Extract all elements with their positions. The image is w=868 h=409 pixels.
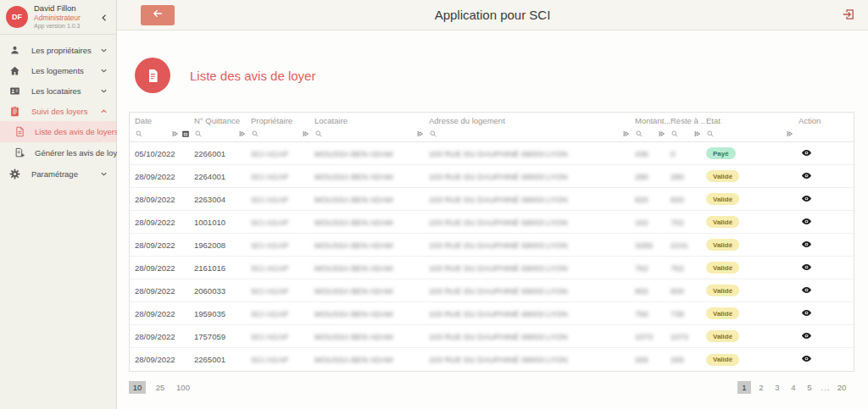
- main-area: Application pour SCI Liste des avis de l…: [117, 0, 868, 409]
- page-button[interactable]: 20: [836, 381, 848, 394]
- cell-quittance: 2265001: [194, 355, 251, 364]
- filter-operation-icon[interactable]: [171, 130, 180, 138]
- page-title: Liste des avis de loyer: [190, 69, 315, 83]
- view-button[interactable]: [801, 215, 813, 227]
- sidebar-item-proprietaires[interactable]: Les propriétaires: [0, 40, 116, 60]
- filter-operation-icon[interactable]: [658, 130, 666, 138]
- sidebar-item-parametrage[interactable]: Paramétrage: [0, 163, 116, 184]
- sidebar-menu: Les propriétaires Les logements Les loca…: [0, 35, 116, 184]
- table-row: 28/09/2022 2264001 SCI AGAP MOUSSA BEN A…: [130, 165, 854, 188]
- page-size-option[interactable]: 100: [175, 381, 192, 394]
- page-size-option[interactable]: 10: [129, 381, 146, 394]
- page-button[interactable]: 3: [771, 381, 783, 394]
- view-button[interactable]: [801, 284, 813, 296]
- cell-date: 28/09/2022: [135, 240, 194, 250]
- view-button[interactable]: [801, 307, 813, 318]
- calendar-icon[interactable]: [181, 130, 190, 138]
- sidebar-item-liste-avis-loyers[interactable]: Liste des avis de loyers: [0, 121, 116, 142]
- filter-operation-icon[interactable]: [416, 130, 425, 138]
- search-icon[interactable]: [251, 130, 259, 138]
- view-button[interactable]: [801, 353, 813, 365]
- status-badge: Validé: [706, 330, 739, 342]
- cell-date: 28/09/2022: [135, 309, 194, 318]
- filter-cell-etat[interactable]: [706, 126, 798, 141]
- sidebar: DF David Fillon Administrateur App versi…: [0, 0, 117, 409]
- sidebar-item-locataires[interactable]: Les locataires: [0, 80, 116, 101]
- page-size-selector: 1025100: [129, 379, 198, 394]
- sidebar-item-generer-avis-loyer[interactable]: Générer les avis de loyer: [0, 142, 116, 163]
- content: Liste des avis de loyer Date N° Quittanc…: [117, 30, 868, 409]
- chevron-down-icon: [99, 46, 108, 55]
- view-button[interactable]: [801, 192, 813, 204]
- avatar: DF: [6, 6, 28, 28]
- cell-quittance: 2266001: [194, 149, 251, 158]
- column-header-adresse[interactable]: Adresse du logement: [429, 116, 635, 125]
- filter-cell-proprietaire[interactable]: [251, 126, 314, 141]
- app-window: DF David Fillon Administrateur App versi…: [0, 0, 868, 409]
- cell-quittance: 2263004: [194, 195, 251, 204]
- cell-adresse: 103 RUE DU DAUPHINÉ 69003 LYON: [429, 263, 635, 273]
- view-button[interactable]: [801, 261, 813, 273]
- filter-cell-quittance[interactable]: [194, 126, 251, 141]
- status-badge: Validé: [706, 239, 739, 251]
- page-size-option[interactable]: 25: [152, 381, 169, 394]
- sidebar-collapse-button[interactable]: [99, 11, 111, 23]
- filter-cell-locataire[interactable]: [314, 126, 429, 141]
- filter-operation-icon[interactable]: [238, 130, 247, 138]
- cell-reste: 702: [670, 218, 706, 227]
- filter-cell-reste[interactable]: [670, 126, 706, 141]
- view-button[interactable]: [801, 146, 813, 158]
- view-button[interactable]: [801, 169, 813, 181]
- page-button[interactable]: 4: [787, 381, 799, 394]
- search-icon[interactable]: [135, 130, 143, 138]
- cell-locataire: MOUSSA BEN ADAM: [314, 218, 429, 227]
- eye-icon: [801, 353, 813, 364]
- search-icon[interactable]: [635, 130, 643, 138]
- logout-button[interactable]: [842, 8, 857, 23]
- column-header-quittance[interactable]: N° Quittance: [194, 116, 251, 125]
- status-badge: Validé: [706, 216, 739, 228]
- search-icon[interactable]: [429, 130, 437, 138]
- cell-date: 28/09/2022: [135, 263, 194, 273]
- chevron-down-icon: [99, 86, 108, 96]
- filter-cell-montant[interactable]: [635, 126, 670, 141]
- sidebar-item-logements[interactable]: Les logements: [0, 60, 116, 80]
- cell-reste: 820: [670, 195, 706, 204]
- status-badge: Validé: [706, 307, 739, 319]
- page-button[interactable]: 2: [755, 381, 767, 394]
- table-row: 28/09/2022 1757059 SCI AGAP MOUSSA BEN A…: [130, 325, 854, 348]
- column-header-etat[interactable]: Etat: [706, 116, 798, 125]
- filter-cell-adresse[interactable]: [429, 126, 635, 141]
- back-button[interactable]: [141, 5, 175, 25]
- status-badge: Validé: [706, 354, 739, 366]
- filter-operation-icon[interactable]: [622, 130, 631, 138]
- cell-date: 05/10/2022: [135, 149, 194, 158]
- filter-operation-icon[interactable]: [786, 130, 794, 138]
- column-header-reste[interactable]: Reste à ...: [670, 116, 706, 125]
- cell-reste: 1073: [670, 332, 706, 341]
- column-header-locataire[interactable]: Locataire: [314, 116, 429, 125]
- cell-proprietaire: SCI AGAP: [251, 263, 314, 273]
- filter-cell-date[interactable]: [135, 126, 194, 141]
- page-button[interactable]: 5: [804, 381, 815, 394]
- column-header-date[interactable]: Date: [135, 116, 194, 125]
- sidebar-item-suivi-des-loyers[interactable]: Suivi des loyers: [0, 101, 116, 121]
- filter-operation-icon[interactable]: [302, 130, 310, 138]
- cell-locataire: MOUSSA BEN ADAM: [314, 332, 429, 341]
- cell-adresse: 103 RUE DU DAUPHINÉ 69003 LYON: [429, 240, 635, 250]
- status-badge: Validé: [706, 262, 739, 274]
- page-button[interactable]: 1: [737, 381, 751, 394]
- search-icon[interactable]: [706, 130, 715, 138]
- cell-adresse: 103 RUE DU DAUPHINÉ 69003 LYON: [429, 309, 635, 318]
- filter-operation-icon[interactable]: [693, 130, 702, 138]
- cell-date: 28/09/2022: [135, 355, 194, 364]
- table-row: 28/09/2022 1962008 SCI AGAP MOUSSA BEN A…: [130, 234, 854, 257]
- column-header-montant[interactable]: Montant...: [635, 116, 670, 125]
- view-button[interactable]: [801, 238, 813, 250]
- search-icon[interactable]: [670, 130, 679, 138]
- view-button[interactable]: [801, 329, 813, 341]
- search-icon[interactable]: [194, 130, 203, 138]
- search-icon[interactable]: [314, 130, 323, 138]
- table-header-row: Date N° Quittance Propriétaire Locataire…: [130, 113, 854, 126]
- column-header-proprietaire[interactable]: Propriétaire: [251, 116, 314, 125]
